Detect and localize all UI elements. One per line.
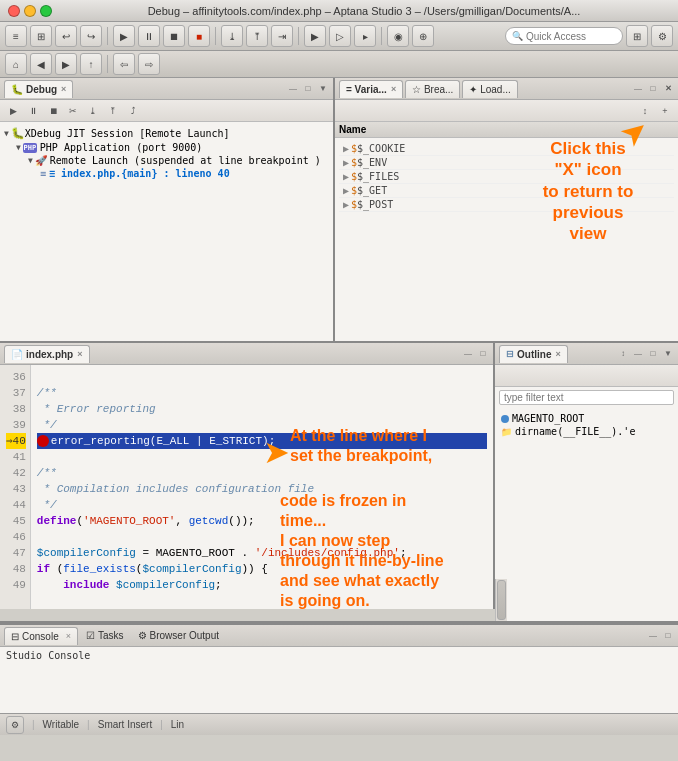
vars-expand[interactable]: + [656, 102, 674, 120]
var-row-2[interactable]: ▶ $ $_FILES [339, 170, 674, 184]
toolbar-btn-2[interactable]: ⊞ [30, 25, 52, 47]
code-lines: /** * Error reporting */ error_reporting… [31, 365, 493, 609]
nav-btn1[interactable]: ⇦ [113, 53, 135, 75]
outline-item-0[interactable]: MAGENTO_ROOT [499, 412, 674, 425]
tab-breakpoints[interactable]: ☆ Brea... [405, 80, 460, 98]
tab-tasks[interactable]: ☑ Tasks [80, 627, 130, 645]
nav-up[interactable]: ↑ [80, 53, 102, 75]
line-numbers: 36 37 38 39 ⇒40 41 42 43 44 45 46 47 48 … [0, 365, 31, 609]
toolbar-btn-6[interactable]: ⏸ [138, 25, 160, 47]
var-row-3[interactable]: ▶ $ $_GET [339, 184, 674, 198]
vars-maximize[interactable]: □ [647, 83, 659, 95]
toolbar-btn-16[interactable]: ⊕ [412, 25, 434, 47]
toolbar-btn-perspective[interactable]: ⊞ [626, 25, 648, 47]
if-close: )) { [242, 561, 268, 577]
debug-icon: 🐛 [11, 84, 23, 95]
tab-debug[interactable]: 🐛 Debug × [4, 80, 73, 98]
func-arg: ( [136, 561, 143, 577]
var-name-0: $_COOKIE [357, 143, 405, 154]
toolbar-btn-10[interactable]: ⤒ [246, 25, 268, 47]
vars-tab-label: = Varia... [346, 84, 387, 95]
outline-scrollbar-v[interactable] [495, 579, 507, 621]
maximize-button[interactable] [40, 5, 52, 17]
tab-indexphp[interactable]: 📄 index.php × [4, 345, 90, 363]
minimize-button[interactable] [24, 5, 36, 17]
debug-suspend[interactable]: ⏸ [24, 102, 42, 120]
toolbar-btn-11[interactable]: ⇥ [271, 25, 293, 47]
outline-maximize[interactable]: □ [647, 348, 659, 360]
debug-tab-close[interactable]: × [61, 84, 66, 94]
debug-tree-item-0[interactable]: ▼ 🐛 XDebug JIT Session [Remote Launch] [4, 126, 329, 141]
close-button[interactable] [8, 5, 20, 17]
toolbar-btn-5[interactable]: ▶ [113, 25, 135, 47]
tasks-tab-label: Tasks [98, 630, 124, 641]
debug-tree-item-3[interactable]: ≡ ≡ index.php.{main} : lineno 40 [4, 167, 329, 180]
toolbar-btn-13[interactable]: ▷ [329, 25, 351, 47]
toolbar-btn-1[interactable]: ≡ [5, 25, 27, 47]
debug-stepreturn[interactable]: ⤴ [124, 102, 142, 120]
toolbar-btn-8[interactable]: ■ [188, 25, 210, 47]
tab-load[interactable]: ✦ Load... [462, 80, 517, 98]
vars-close[interactable]: ✕ [662, 83, 674, 95]
toolbar-btn-4[interactable]: ↪ [80, 25, 102, 47]
status-gear-btn[interactable]: ⚙ [6, 716, 24, 734]
nav-back[interactable]: ◀ [30, 53, 52, 75]
code-maximize[interactable]: □ [477, 348, 489, 360]
debug-item-label-1: PHP Application (port 9000) [40, 142, 203, 153]
code-line-40[interactable]: error_reporting(E_ALL | E_STRICT); [37, 433, 487, 449]
console-minimize[interactable]: — [647, 630, 659, 642]
debug-resume[interactable]: ▶ [4, 102, 22, 120]
var-row-4[interactable]: ▶ $ $_POST [339, 198, 674, 212]
debug-menu[interactable]: ▼ [317, 83, 329, 95]
outline-item-1[interactable]: 📁 dirname(__FILE__).'e [499, 425, 674, 438]
outline-sort[interactable]: ↕ [617, 348, 629, 360]
nav-forward[interactable]: ▶ [55, 53, 77, 75]
toolbar-btn-settings[interactable]: ⚙ [651, 25, 673, 47]
nav-home[interactable]: ⌂ [5, 53, 27, 75]
toolbar-btn-3[interactable]: ↩ [55, 25, 77, 47]
debug-item-label-2: Remote Launch (suspended at line breakpo… [50, 155, 321, 166]
tab-browser-output[interactable]: ⚙ Browser Output [132, 627, 225, 645]
debug-tree-item-1[interactable]: ▼ PHP PHP Application (port 9000) [4, 141, 329, 154]
console-tab-close[interactable]: × [66, 631, 71, 641]
vars-minimize[interactable]: — [632, 83, 644, 95]
vars-tab-close[interactable]: × [391, 84, 396, 94]
debug-tree-item-2[interactable]: ▼ 🚀 Remote Launch (suspended at line bre… [4, 154, 329, 167]
line-num-40: ⇒40 [6, 433, 26, 449]
tab-outline[interactable]: ⊟ Outline × [499, 345, 568, 363]
toolbar-btn-15[interactable]: ◉ [387, 25, 409, 47]
toolbar-btn-12[interactable]: ▶ [304, 25, 326, 47]
code-tab-close[interactable]: × [77, 349, 82, 359]
var-row-1[interactable]: ▶ $ $_ENV [339, 156, 674, 170]
debug-maximize[interactable]: □ [302, 83, 314, 95]
tab-console[interactable]: ⊟ Console × [4, 627, 78, 645]
outline-filter-input[interactable] [499, 390, 674, 405]
code-line-45: define ( 'MAGENTO_ROOT' , getcwd ()); [37, 513, 487, 529]
debug-minimize[interactable]: — [287, 83, 299, 95]
code-line-39: */ [37, 417, 487, 433]
toolbar-btn-7[interactable]: ⏹ [163, 25, 185, 47]
debug-stepover[interactable]: ⤒ [104, 102, 122, 120]
load-tab-label: ✦ Load... [469, 84, 510, 95]
debug-stop[interactable]: ⏹ [44, 102, 62, 120]
quick-access-search[interactable]: 🔍 [505, 27, 623, 45]
tab-variables[interactable]: = Varia... × [339, 80, 403, 98]
code-minimize[interactable]: — [462, 348, 474, 360]
var-row-0[interactable]: ▶ $ $_COOKIE [339, 142, 674, 156]
console-maximize[interactable]: □ [662, 630, 674, 642]
nav-btn2[interactable]: ⇨ [138, 53, 160, 75]
var-name-3: $_GET [357, 185, 387, 196]
debug-stepinto[interactable]: ⤓ [84, 102, 102, 120]
outline-menu[interactable]: ▼ [662, 348, 674, 360]
outline-minimize[interactable]: — [632, 348, 644, 360]
outline-filter-box[interactable] [499, 390, 674, 405]
outline-tab-close[interactable]: × [555, 349, 560, 359]
search-input[interactable] [526, 31, 616, 42]
toolbar-btn-14[interactable]: ▸ [354, 25, 376, 47]
debug-item-label-3: ≡ index.php.{main} : lineno 40 [49, 168, 230, 179]
debug-disconnect[interactable]: ✂ [64, 102, 82, 120]
code-line-47: $compilerConfig = MAGENTO_ROOT . '/inclu… [37, 545, 487, 561]
toolbar-btn-9[interactable]: ⤓ [221, 25, 243, 47]
vars-sort[interactable]: ↕ [636, 102, 654, 120]
code-line-36 [37, 369, 487, 385]
